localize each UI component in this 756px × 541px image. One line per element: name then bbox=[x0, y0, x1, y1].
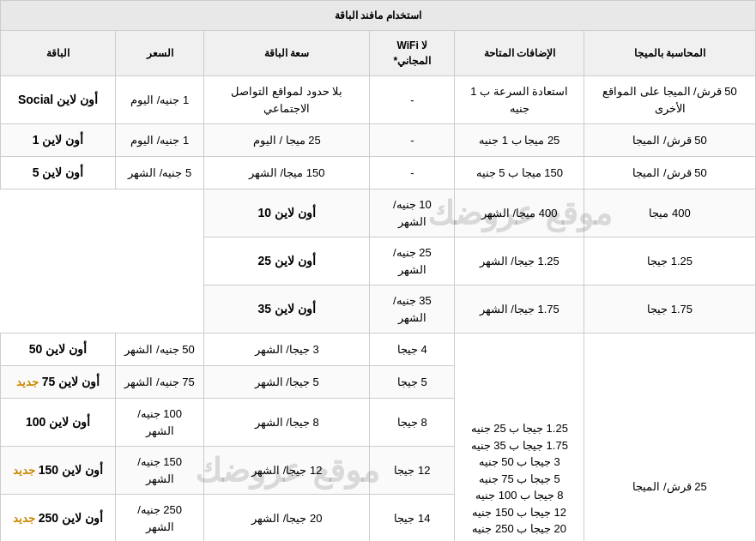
top-header: استخدام مافند الباقة bbox=[1, 1, 756, 31]
col-additions: الإضافات المتاحة bbox=[455, 31, 584, 76]
cell-no-wifi: - bbox=[370, 157, 455, 189]
cell-price: 150 جنيه/ الشهر bbox=[116, 447, 204, 495]
packages-table: استخدام مافند الباقة المحاسبة بالميجا ال… bbox=[0, 0, 756, 541]
col-no-wifi: لا WiFi المجاني* bbox=[370, 31, 455, 76]
package-name-text: أون لاين 50 bbox=[29, 342, 87, 356]
cell-capacity: 1.75 جيجا/ الشهر bbox=[455, 286, 584, 334]
cell-package-name: أون لاين 25 bbox=[204, 237, 370, 286]
cell-no-wifi: 1.75 جيجا bbox=[584, 286, 756, 334]
cell-capacity: 1.25 جيجا/ الشهر bbox=[455, 237, 584, 286]
cell-mega-accounting: 50 قرش/ الميجا bbox=[584, 157, 756, 189]
cell-additions: 150 ميجا ب 5 جنيه bbox=[455, 157, 584, 189]
cell-capacity: 150 ميجا/ الشهر bbox=[204, 157, 370, 189]
cell-additions: 1.25 جيجا ب 25 جنيه1.75 جيجا ب 35 جنيه3 … bbox=[455, 334, 584, 542]
col-capacity: سعة الباقة bbox=[204, 31, 370, 76]
cell-package-name: أون لاين 5 bbox=[1, 157, 116, 189]
cell-no-wifi: 1.25 جيجا bbox=[584, 237, 756, 286]
package-name-text: أون لاين 1 bbox=[33, 133, 84, 147]
cell-package-name: أون لاين 250 جديد bbox=[1, 495, 116, 542]
cell-capacity: بلا حدود لمواقع التواصل الاجتماعي bbox=[204, 76, 370, 124]
cell-package-name: أون لاين 150 جديد bbox=[1, 447, 116, 495]
cell-capacity: 400 ميجا/ الشهرموقع عروضك bbox=[455, 189, 584, 237]
cell-package-name: أون لاين 100 bbox=[1, 399, 116, 447]
cell-price: 250 جنيه/ الشهر bbox=[116, 495, 204, 542]
cell-package-name: أون لاين Social bbox=[1, 76, 116, 124]
cell-mega-accounting: 25 قرش/ الميجا bbox=[584, 334, 756, 542]
cell-no-wifi: 8 جيجا bbox=[370, 399, 455, 447]
cell-mega-accounting: 50 قرش/ الميجا bbox=[584, 124, 756, 157]
cell-price: 100 جنيه/ الشهر bbox=[116, 399, 204, 447]
package-name-text: أون لاين Social bbox=[18, 93, 98, 106]
cell-mega-accounting: 50 قرش/ الميجا على المواقع الأخرى bbox=[584, 76, 756, 124]
cell-price: 35 جنيه/ الشهر bbox=[370, 286, 455, 334]
new-badge: جديد bbox=[13, 464, 39, 477]
main-container: استخدام مافند الباقة المحاسبة بالميجا ال… bbox=[0, 0, 756, 541]
package-name-text: أون لاين 75 bbox=[42, 375, 100, 388]
cell-no-wifi: - bbox=[370, 124, 455, 157]
cell-capacity: 8 جيجا/ الشهر bbox=[204, 399, 370, 447]
cell-package-name: أون لاين 1 bbox=[1, 124, 116, 157]
cell-no-wifi: 12 جيجا bbox=[370, 447, 455, 495]
cell-price: 1 جنيه/ اليوم bbox=[116, 76, 204, 124]
cell-additions: استعادة السرعة ب 1 جنيه bbox=[455, 76, 584, 124]
package-name-text: أون لاين 10 bbox=[258, 206, 316, 219]
new-badge: جديد bbox=[13, 512, 39, 525]
cell-additions: 25 ميجا ب 1 جنيه bbox=[455, 124, 584, 157]
package-name-text: أون لاين 250 bbox=[39, 511, 103, 525]
col-price: السعر bbox=[116, 31, 204, 76]
cell-package-name: أون لاين 35 bbox=[204, 286, 370, 334]
cell-no-wifi: 5 جيجا bbox=[370, 366, 455, 399]
col-mega-accounting: المحاسبة بالميجا bbox=[584, 31, 756, 76]
cell-price: 10 جنيه/ الشهر bbox=[370, 189, 455, 237]
cell-capacity: 20 جيجا/ الشهر bbox=[204, 495, 370, 542]
cell-price: 5 جنيه/ الشهر bbox=[116, 157, 204, 189]
cell-capacity: 25 ميجا / اليوم bbox=[204, 124, 370, 157]
cell-capacity: 12 جيجا/ الشهرموقع عروضك bbox=[204, 447, 370, 495]
cell-no-wifi: 14 جيجا bbox=[370, 495, 455, 542]
cell-package-name: أون لاين 75 جديد bbox=[1, 366, 116, 399]
cell-price: 75 جنيه/ الشهر bbox=[116, 366, 204, 399]
cell-price: 25 جنيه/ الشهر bbox=[370, 237, 455, 286]
package-name-text: أون لاين 35 bbox=[258, 302, 316, 316]
package-name-text: أون لاين 5 bbox=[33, 165, 84, 179]
new-badge: جديد bbox=[16, 376, 42, 388]
cell-package-name: أون لاين 10 bbox=[204, 189, 370, 237]
cell-no-wifi: - bbox=[370, 76, 455, 124]
package-name-text: أون لاين 150 bbox=[39, 463, 103, 477]
cell-no-wifi: 400 ميجا bbox=[584, 189, 756, 237]
cell-price: 50 جنيه/ الشهر bbox=[116, 334, 204, 366]
col-package: الباقة bbox=[1, 31, 116, 76]
package-name-text: أون لاين 25 bbox=[258, 254, 316, 267]
cell-capacity: 5 جيجا/ الشهر bbox=[204, 366, 370, 399]
package-name-text: أون لاين 100 bbox=[26, 415, 90, 429]
cell-no-wifi: 4 جيجا bbox=[370, 334, 455, 366]
cell-package-name: أون لاين 50 bbox=[1, 334, 116, 366]
cell-capacity: 3 جيجا/ الشهر bbox=[204, 334, 370, 366]
cell-price: 1 جنيه/ اليوم bbox=[116, 124, 204, 157]
